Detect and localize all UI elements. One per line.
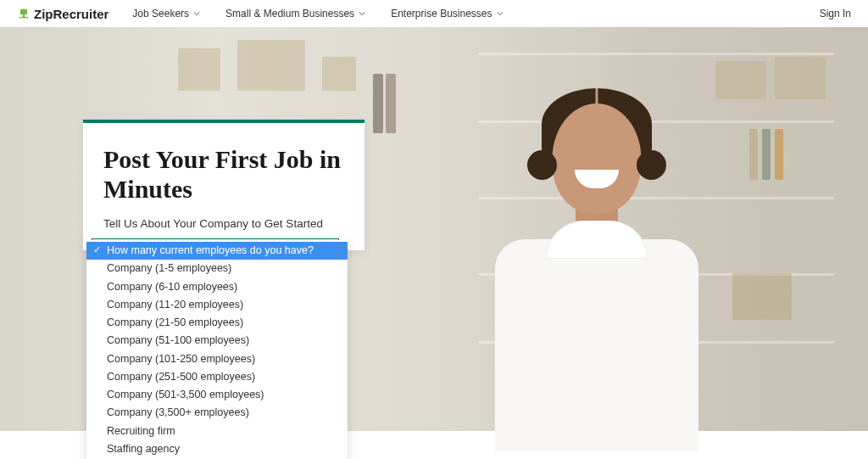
nav-label: Small & Medium Businesses: [225, 8, 354, 20]
dropdown-option[interactable]: Company (501-3,500 employees): [86, 386, 348, 404]
chevron-down-icon: [497, 10, 504, 17]
card-heading: Post Your First Job in Minutes: [103, 145, 344, 204]
card-subheading: Tell Us About Your Company to Get Starte…: [103, 217, 344, 230]
logo-text: ZipRecruiter: [34, 7, 108, 21]
svg-rect-2: [19, 17, 29, 18]
hero-section: Post Your First Job in Minutes Tell Us A…: [0, 27, 868, 431]
logo[interactable]: ZipRecruiter: [17, 7, 108, 21]
dropdown-option[interactable]: Company (6-10 employees): [86, 278, 348, 296]
dropdown-option[interactable]: Staffing agency: [86, 440, 348, 458]
nav-job-seekers[interactable]: Job Seekers: [132, 8, 200, 20]
signup-card: Post Your First Job in Minutes Tell Us A…: [83, 120, 364, 250]
dropdown-option[interactable]: Company (1-5 employees): [86, 260, 348, 277]
nav-smb[interactable]: Small & Medium Businesses: [225, 8, 365, 20]
sign-in-link[interactable]: Sign In: [820, 8, 851, 20]
svg-rect-1: [23, 14, 25, 17]
chevron-down-icon: [193, 10, 200, 17]
dropdown-option[interactable]: Company (251-500 employees): [86, 368, 348, 386]
nav-label: Enterprise Businesses: [391, 8, 492, 20]
dropdown-option[interactable]: Company (21-50 employees): [86, 314, 348, 332]
dropdown-option[interactable]: Recruiting firm: [86, 423, 348, 440]
nav: Job Seekers Small & Medium Businesses En…: [132, 8, 819, 20]
company-size-dropdown: How many current employees do you have? …: [86, 240, 348, 459]
dropdown-option[interactable]: Company (51-100 employees): [86, 332, 348, 350]
svg-rect-0: [20, 9, 27, 15]
dropdown-option-selected[interactable]: How many current employees do you have?: [86, 242, 348, 260]
logo-icon: [17, 7, 31, 20]
dropdown-option[interactable]: Company (11-20 employees): [86, 296, 348, 314]
header: ZipRecruiter Job Seekers Small & Medium …: [0, 0, 868, 27]
nav-enterprise[interactable]: Enterprise Businesses: [391, 8, 503, 20]
hero-person-image: [478, 70, 715, 431]
dropdown-option[interactable]: Company (101-250 employees): [86, 350, 348, 368]
chevron-down-icon: [359, 10, 365, 17]
dropdown-option[interactable]: Company (3,500+ employees): [86, 404, 348, 422]
nav-label: Job Seekers: [132, 8, 189, 20]
